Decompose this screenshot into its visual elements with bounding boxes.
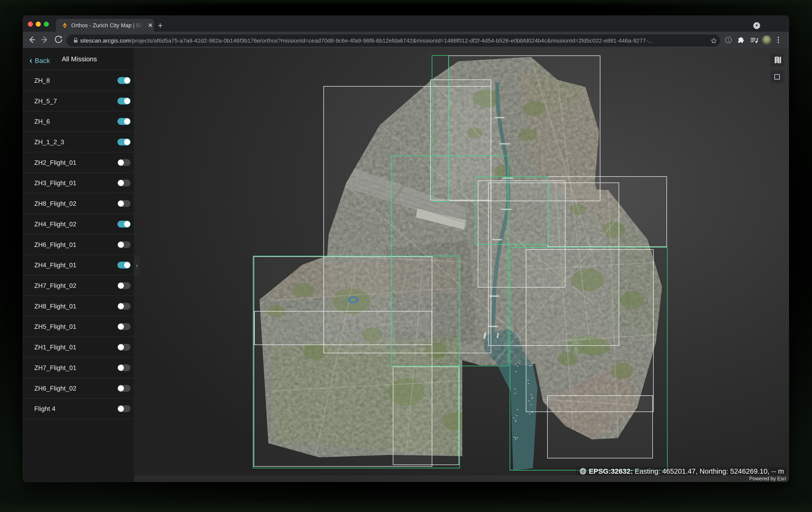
svg-text:1: 1: [727, 37, 730, 42]
